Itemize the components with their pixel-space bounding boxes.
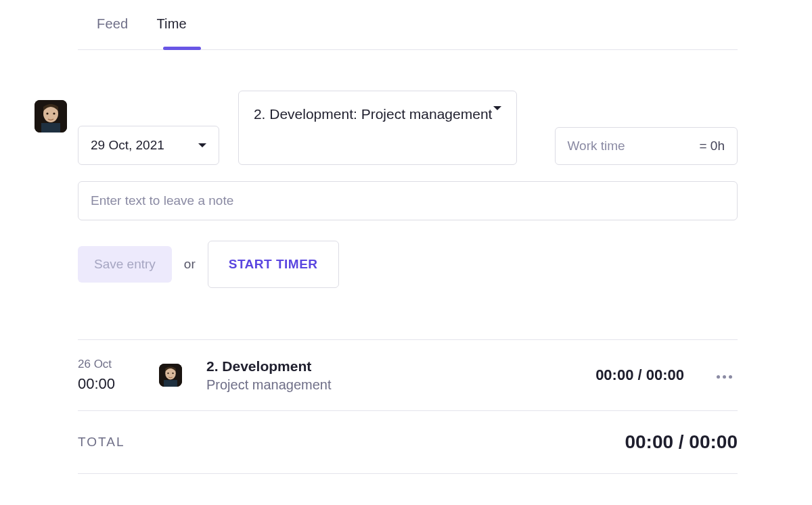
divider <box>78 473 738 474</box>
time-entry-form: 29 Oct, 2021 2. Development: Project man… <box>78 91 738 288</box>
entry-subtitle: Project management <box>206 377 595 393</box>
avatar <box>35 100 67 133</box>
total-label: TOTAL <box>78 435 125 450</box>
date-value: 29 Oct, 2021 <box>91 138 164 153</box>
date-picker[interactable]: 29 Oct, 2021 <box>78 126 219 165</box>
entry-title: 2. Development <box>206 358 595 375</box>
save-entry-button[interactable]: Save entry <box>78 246 172 283</box>
tab-feed[interactable]: Feed <box>97 16 128 49</box>
time-entry-row: 26 Oct 00:00 2. Development Project mana… <box>78 340 738 410</box>
project-select[interactable]: 2. Development: Project management <box>238 91 517 165</box>
svg-point-7 <box>167 372 168 374</box>
tab-time[interactable]: Time <box>156 16 187 49</box>
tabs: Feed Time <box>78 8 738 50</box>
tab-underline <box>163 47 201 50</box>
entry-options-button[interactable] <box>711 366 738 385</box>
project-value: 2. Development: Project management <box>254 101 493 125</box>
svg-point-3 <box>53 112 55 114</box>
svg-point-2 <box>46 112 48 114</box>
chevron-down-icon <box>493 106 501 110</box>
entry-date: 26 Oct <box>78 358 159 371</box>
total-time: 00:00 / 00:00 <box>625 431 738 453</box>
entry-daytime: 00:00 <box>78 375 159 393</box>
total-row: TOTAL 00:00 / 00:00 <box>78 411 738 473</box>
worktime-input[interactable]: Work time = 0h <box>555 127 738 165</box>
worktime-value: = 0h <box>699 139 725 153</box>
note-input[interactable] <box>89 193 726 209</box>
note-input-wrapper <box>78 181 738 220</box>
or-text: or <box>184 257 196 272</box>
worktime-label: Work time <box>568 139 625 153</box>
entry-time: 00:00 / 00:00 <box>595 366 684 384</box>
chevron-down-icon <box>198 143 206 147</box>
svg-rect-9 <box>164 380 177 387</box>
entry-avatar <box>159 364 182 387</box>
time-entries-list: 26 Oct 00:00 2. Development Project mana… <box>78 339 738 474</box>
svg-rect-4 <box>41 123 60 133</box>
svg-point-8 <box>172 372 173 374</box>
start-timer-button[interactable]: START TIMER <box>208 241 339 288</box>
